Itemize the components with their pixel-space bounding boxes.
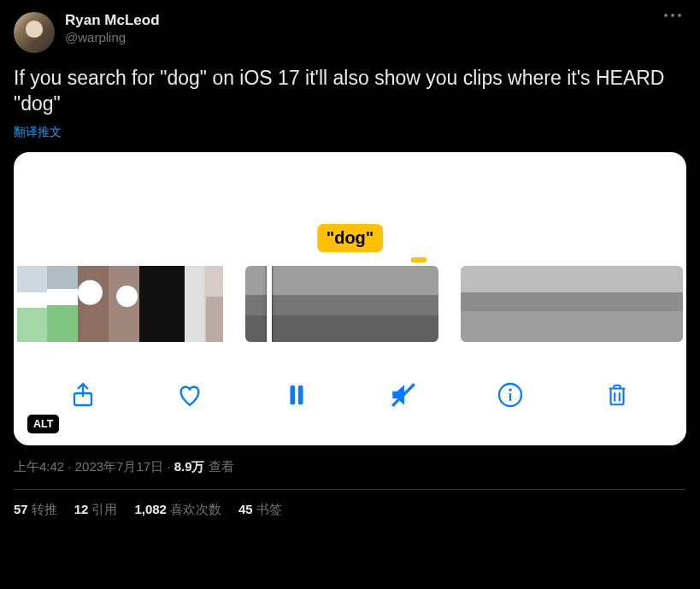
media-card[interactable]: "dog" (14, 152, 686, 445)
svg-rect-2 (298, 386, 303, 405)
like-button[interactable] (174, 379, 206, 411)
tweet-time[interactable]: 上午4:42 (14, 459, 64, 474)
search-term-label: "dog" (317, 224, 384, 252)
tweet-meta: 上午4:42 · 2023年7月17日 · 8.9万 查看 (14, 459, 686, 475)
clip-thumbnail[interactable] (656, 266, 683, 342)
clip-thumbnail[interactable] (623, 266, 656, 342)
playhead[interactable] (267, 266, 272, 342)
info-button[interactable] (494, 379, 526, 411)
clip-thumbnail[interactable] (139, 266, 185, 342)
more-icon[interactable] (664, 14, 681, 17)
views-label: 查看 (209, 459, 234, 474)
pause-button[interactable] (280, 379, 313, 411)
clip-thumbnail[interactable] (78, 266, 109, 342)
pause-icon (284, 382, 309, 408)
clip-thumbnail[interactable] (558, 266, 591, 342)
clip-thumbnail[interactable] (109, 266, 139, 342)
delete-button[interactable] (601, 379, 633, 411)
alt-badge[interactable]: ALT (27, 415, 59, 433)
display-name[interactable]: Ryan McLeod (65, 12, 160, 29)
clip-thumbnail[interactable] (344, 266, 394, 342)
mute-button[interactable] (387, 379, 420, 411)
speaker-muted-icon (389, 380, 418, 409)
clip-thumbnail[interactable] (295, 266, 344, 342)
share-button[interactable] (67, 379, 99, 411)
quotes-stat[interactable]: 12引用 (74, 502, 118, 518)
clip-thumbnail[interactable] (17, 266, 47, 342)
tweet-date[interactable]: 2023年7月17日 (75, 459, 163, 474)
clip-thumbnail[interactable] (461, 266, 493, 342)
views-count: 8.9万 (174, 459, 205, 474)
clip-thumbnail[interactable] (526, 266, 558, 342)
clip-thumbnail[interactable] (47, 266, 78, 342)
clip-strip[interactable] (14, 266, 686, 342)
svg-rect-1 (290, 386, 295, 405)
clip-thumbnail[interactable] (394, 266, 438, 342)
svg-point-5 (509, 388, 512, 391)
clip-thumbnail[interactable] (591, 266, 623, 342)
translate-link[interactable]: 翻译推文 (14, 125, 62, 140)
playhead-marker (411, 257, 426, 262)
clip-thumbnail[interactable] (493, 266, 526, 342)
stats-row: 57转推 12引用 1,082喜欢次数 45书签 (14, 502, 686, 518)
share-icon (69, 381, 97, 409)
likes-stat[interactable]: 1,082喜欢次数 (134, 502, 221, 518)
tweet-text: If you search for "dog" on iOS 17 it'll … (14, 65, 686, 116)
heart-icon (175, 380, 204, 409)
handle[interactable]: @warpling (65, 30, 160, 44)
bookmarks-stat[interactable]: 45书签 (238, 502, 282, 518)
divider (14, 489, 686, 490)
info-icon (497, 381, 524, 409)
retweets-stat[interactable]: 57转推 (14, 502, 57, 518)
avatar[interactable] (14, 12, 55, 53)
trash-icon (604, 381, 630, 409)
